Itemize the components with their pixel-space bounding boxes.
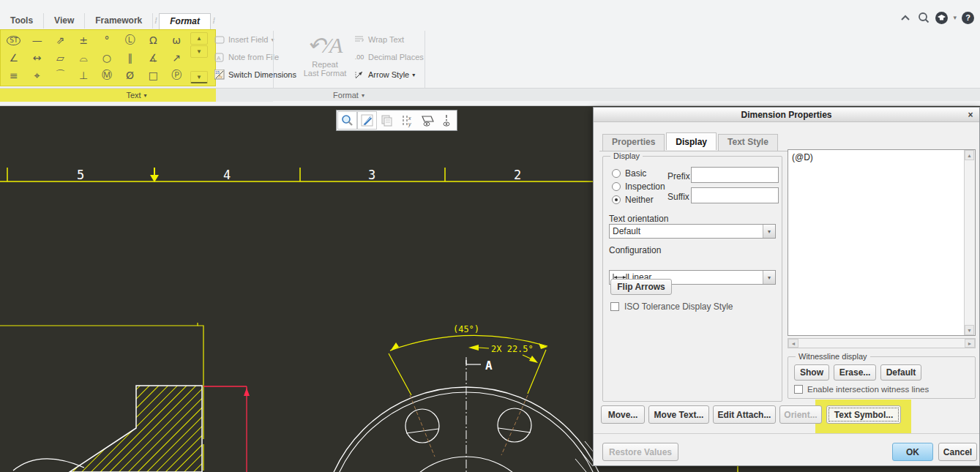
tab-framework[interactable]: Framework xyxy=(85,13,153,29)
prefix-input[interactable] xyxy=(691,167,779,183)
configuration-label: Configuration xyxy=(609,245,661,255)
symbol-perpendicular-button[interactable]: ⊥ xyxy=(72,67,95,84)
pattern-dimension-text: 2X 22.5° xyxy=(491,344,534,354)
move-button[interactable]: Move... xyxy=(601,405,645,424)
vertical-scrollbar[interactable]: ▲ ▼ xyxy=(964,150,975,335)
angle-dimension-text: (45°) xyxy=(453,324,479,334)
axis-display-button[interactable] xyxy=(436,111,456,130)
insert-field-button[interactable]: Insert Field ▾ xyxy=(214,31,296,48)
canvas-mini-toolbar: xy xyxy=(336,110,457,131)
symbol-plusminus-button[interactable]: ± xyxy=(72,31,95,49)
restore-values-button[interactable]: Restore Values xyxy=(602,443,678,461)
tab-text-style[interactable]: Text Style xyxy=(718,134,778,151)
decimal-places-button[interactable]: .00 Decimal Places xyxy=(354,48,424,66)
text-orientation-select[interactable]: Default ▾ xyxy=(609,224,776,239)
palette-scroll-up-icon[interactable]: ▲ xyxy=(190,32,208,45)
flip-arrows-button[interactable]: Flip Arrows xyxy=(610,279,672,295)
svg-text:5: 5 xyxy=(77,168,84,182)
symbol-flatness-button[interactable]: ▱ xyxy=(49,49,72,67)
dimension-properties-dialog: Dimension Properties × Properties Displa… xyxy=(593,107,980,466)
tab-tools[interactable]: Tools xyxy=(0,13,44,29)
text-symbol-button[interactable]: Text Symbol... xyxy=(826,405,901,424)
symbol-degree-button[interactable]: ° xyxy=(95,31,119,49)
symbol-profile-button[interactable]: ⌓ xyxy=(72,49,95,67)
checkbox-icon xyxy=(794,385,803,394)
horizontal-scrollbar[interactable]: ◄ ► xyxy=(788,338,976,348)
symbol-straightness-button[interactable]: ≡ xyxy=(2,67,26,84)
note-from-file-icon: A xyxy=(214,51,225,63)
close-icon[interactable]: × xyxy=(965,108,976,122)
show-button[interactable]: Show xyxy=(794,364,829,381)
dropdown-arrow-icon: ▾ xyxy=(412,72,415,78)
symbol-square-button[interactable]: □ xyxy=(142,67,165,84)
tab-properties[interactable]: Properties xyxy=(602,134,665,151)
radio-basic[interactable]: Basic xyxy=(612,168,665,179)
symbol-angle-button[interactable]: ∠ xyxy=(2,49,26,67)
symbol-lmc-button[interactable]: Ⓛ xyxy=(119,31,142,49)
resource-center-caret-icon[interactable]: ▾ xyxy=(953,14,957,21)
symbol-mmc-button[interactable]: Ⓜ xyxy=(95,67,119,84)
datum-display-button[interactable]: xy xyxy=(397,111,416,130)
search-icon[interactable] xyxy=(917,11,930,24)
svg-text:2: 2 xyxy=(514,168,521,182)
symbol-arc-button[interactable]: ⌒ xyxy=(49,67,72,84)
symbol-runout-button[interactable]: ∡ xyxy=(142,49,165,67)
repeat-last-format-button[interactable]: ↶⁄A Repeat Last Format xyxy=(302,31,348,88)
suffix-input[interactable] xyxy=(691,187,779,203)
display-groupbox: Display Basic Inspection Neither Prefix … xyxy=(602,156,782,402)
insert-field-icon xyxy=(214,34,225,45)
resource-center-icon[interactable] xyxy=(935,12,948,24)
pen-icon xyxy=(361,114,374,127)
tab-format[interactable]: Format xyxy=(159,13,211,30)
erase-button[interactable]: Erase... xyxy=(834,364,876,381)
symbol-st-button[interactable]: ST xyxy=(2,31,26,49)
sheet-setup-button[interactable] xyxy=(377,111,397,130)
scroll-up-icon[interactable]: ▲ xyxy=(965,150,974,160)
symbol-ohm-button[interactable]: Ω xyxy=(142,31,165,49)
symbol-parallel-button[interactable]: ∥ xyxy=(119,49,142,67)
palette-scroll-down-icon[interactable]: ▼ xyxy=(190,45,208,58)
move-text-button[interactable]: Move Text... xyxy=(648,405,709,424)
switch-dimensions-button[interactable]: 157x Switch Dimensions xyxy=(214,66,296,83)
symbol-diameter-button[interactable]: Ø xyxy=(119,67,142,84)
text-group-label[interactable]: Text ▾ xyxy=(0,89,273,102)
tab-display[interactable]: Display xyxy=(666,132,717,150)
plane-display-button[interactable] xyxy=(416,111,436,130)
orient-button[interactable]: Orient... xyxy=(779,405,822,424)
arrow-style-button[interactable]: Arrow Style ▾ xyxy=(354,66,424,83)
symbol-circularity-button[interactable]: ○ xyxy=(95,49,119,67)
symbol-position-button[interactable]: ⌖ xyxy=(26,67,49,84)
text-symbol-palette: ST — ⇗ ± ° Ⓛ Ω ω ∠ ↔ ▱ ⌓ ○ ∥ ∡ ↗ ≡ ⌖ ⌒ ⊥ xyxy=(0,29,216,86)
cancel-button[interactable]: Cancel xyxy=(938,443,977,461)
dimension-text-area[interactable]: (@D) ▲ ▼ xyxy=(788,149,976,336)
scroll-left-icon[interactable]: ◄ xyxy=(788,339,798,348)
wrap-text-button[interactable]: Wrap Text xyxy=(354,31,424,48)
scroll-down-icon[interactable]: ▼ xyxy=(965,325,974,335)
prefix-label: Prefix xyxy=(667,171,690,181)
collapse-ribbon-icon[interactable] xyxy=(899,11,912,24)
symbol-slot-button[interactable]: ↔ xyxy=(26,49,49,67)
radio-inspection[interactable]: Inspection xyxy=(612,181,665,192)
zoom-tool-button[interactable] xyxy=(337,111,357,130)
intersection-witness-checkbox[interactable]: Enable intersection witness lines xyxy=(794,385,929,394)
format-group-label[interactable]: Format ▾ xyxy=(273,89,424,102)
symbol-omega-button[interactable]: ω xyxy=(165,31,188,49)
iso-tolerance-checkbox[interactable]: ISO Tolerance Display Style xyxy=(610,301,733,312)
symbol-leader-arrow-button[interactable]: ↗ xyxy=(165,49,188,67)
radio-neither[interactable]: Neither xyxy=(612,195,665,205)
sheets-icon xyxy=(381,114,394,127)
update-sheet-button[interactable] xyxy=(357,111,377,130)
dialog-title[interactable]: Dimension Properties × xyxy=(594,108,979,122)
palette-expand-icon[interactable]: ▼ xyxy=(190,71,208,83)
edit-attach-button[interactable]: Edit Attach... xyxy=(713,405,776,424)
default-button[interactable]: Default xyxy=(880,364,921,381)
tab-view[interactable]: View xyxy=(44,13,85,29)
note-from-file-button[interactable]: A Note from File xyxy=(214,48,296,66)
section-view xyxy=(0,323,250,472)
symbol-slope-button[interactable]: ⇗ xyxy=(49,31,72,49)
symbol-dash-button[interactable]: — xyxy=(26,31,49,49)
scroll-right-icon[interactable]: ► xyxy=(965,339,975,348)
symbol-projected-button[interactable]: Ⓟ xyxy=(165,67,188,84)
ok-button[interactable]: OK xyxy=(892,443,933,461)
help-icon[interactable]: ? xyxy=(962,12,974,24)
